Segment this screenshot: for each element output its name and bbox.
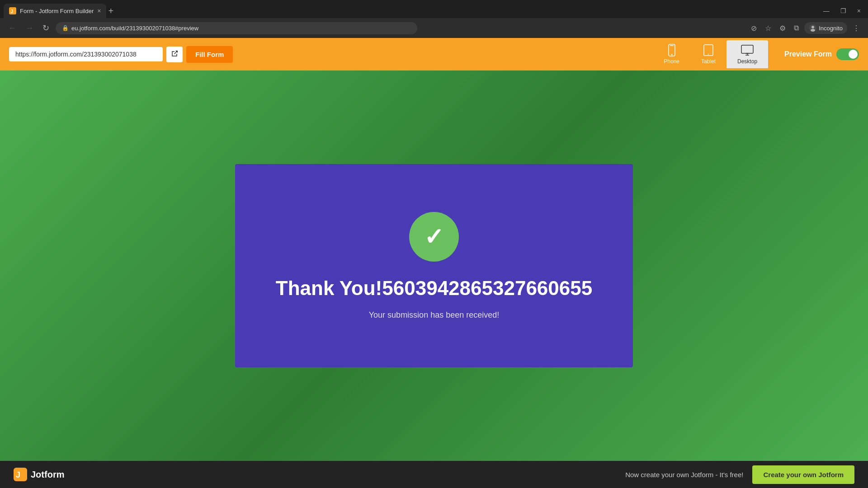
svg-point-3 [811,26,814,28]
submission-text: Your submission has been received! [369,310,500,320]
refresh-button[interactable]: ↻ [40,21,52,35]
svg-rect-10 [741,45,753,53]
check-circle: ✓ [409,212,459,262]
toggle-slider [836,48,859,60]
tablet-icon [702,44,715,56]
form-url-container: Fill Form [9,46,233,63]
svg-point-4 [811,29,815,32]
phone-device-button[interactable]: Phone [653,40,690,68]
preview-form-toggle[interactable] [836,48,859,60]
browser-chrome: J Form - Jotform Form Builder × + — ❐ × … [0,0,868,38]
incognito-icon [809,24,817,32]
tab-bar: J Form - Jotform Form Builder × + — ❐ × [0,0,868,18]
preview-form-label: Preview Form [784,50,832,58]
preview-form-area: Preview Form [784,48,859,60]
close-button[interactable]: × [854,5,864,16]
svg-point-6 [671,54,672,56]
bookmark-icon[interactable]: ☆ [762,22,774,34]
minimize-button[interactable]: — [820,5,833,16]
thank-you-card: ✓ Thank You!56039428653276606​55 Your su… [235,164,633,367]
svg-text:J: J [16,470,20,479]
back-button[interactable]: ← [5,22,19,35]
jotform-logo-icon: J [14,468,27,481]
phone-icon [665,44,678,56]
incognito-button[interactable]: Incognito [804,22,847,34]
footer-promo-text: Now create your own Jotform - It's free! [625,471,743,479]
address-bar[interactable]: 🔒 [56,22,417,34]
browser-toolbar: ← → ↻ 🔒 ⊘ ☆ ⚙ ⧉ Incognito ⋮ [0,18,868,38]
lock-icon: 🔒 [62,25,69,31]
fill-form-button[interactable]: Fill Form [186,46,233,63]
new-tab-button[interactable]: + [108,6,113,16]
external-link-icon [171,50,178,57]
active-tab: J Form - Jotform Form Builder × [4,4,106,18]
favicon-icon: J [9,7,16,14]
tablet-device-button[interactable]: Tablet [690,40,726,68]
window-icon[interactable]: ⧉ [791,22,802,34]
more-options-button[interactable]: ⋮ [850,22,863,34]
window-controls: — ❐ × [820,5,864,16]
jotform-topbar: Fill Form Phone Tablet [0,38,868,70]
device-buttons: Phone Tablet Desktop [653,40,768,68]
check-icon: ✓ [424,225,444,249]
desktop-icon [741,44,754,56]
desktop-label: Desktop [737,58,757,65]
tablet-label: Tablet [701,58,716,65]
svg-point-9 [708,54,709,55]
jotform-logo: J Jotform [14,468,64,481]
incognito-label: Incognito [819,25,843,32]
create-jotform-button[interactable]: Create your own Jotform [752,465,854,484]
url-input[interactable] [71,25,411,32]
forward-button[interactable]: → [23,22,36,35]
browser-actions: ⊘ ☆ ⚙ ⧉ Incognito ⋮ [748,22,863,34]
main-content: ✓ Thank You!56039428653276606​55 Your su… [0,70,868,461]
thank-you-title: Thank You!56039428653276606​55 [276,277,592,300]
tab-title: Form - Jotform Form Builder [20,8,94,14]
desktop-device-button[interactable]: Desktop [726,40,768,68]
svg-text:J: J [10,9,13,14]
jotform-footer: J Jotform Now create your own Jotform - … [0,461,868,488]
extension-icon[interactable]: ⚙ [777,22,788,34]
external-link-button[interactable] [166,47,183,62]
form-url-input[interactable] [9,47,163,61]
jotform-logo-text: Jotform [31,469,64,480]
phone-label: Phone [664,58,679,65]
camera-off-icon[interactable]: ⊘ [748,22,760,34]
maximize-button[interactable]: ❐ [837,5,850,16]
tab-close-button[interactable]: × [97,7,101,14]
